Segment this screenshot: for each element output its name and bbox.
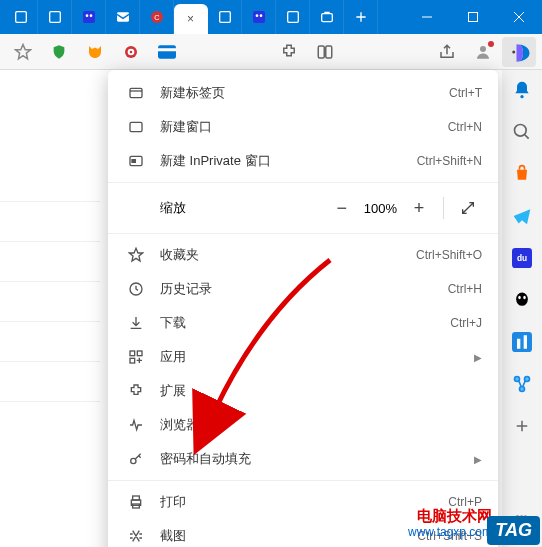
menu-zoom-row: 缩放 − 100% + (108, 187, 498, 229)
tab-8[interactable] (242, 0, 276, 34)
star-icon (124, 247, 148, 263)
tab-4[interactable] (106, 0, 140, 34)
add-sidebar-icon[interactable] (510, 414, 534, 438)
tab-5[interactable]: C (140, 0, 174, 34)
svg-rect-18 (158, 45, 176, 59)
new-tab-icon (124, 85, 148, 101)
tab-2[interactable] (38, 0, 72, 34)
target-icon[interactable] (114, 37, 148, 67)
menu-label: 打印 (160, 493, 448, 511)
tab-close-x[interactable]: × (187, 12, 194, 26)
svg-point-36 (520, 387, 525, 392)
puzzle-icon (124, 383, 148, 399)
shield-icon[interactable] (42, 37, 76, 67)
svg-rect-48 (133, 496, 140, 500)
svg-point-31 (518, 296, 521, 299)
menu-label: 应用 (160, 348, 466, 366)
svg-point-10 (255, 14, 258, 17)
svg-rect-12 (287, 12, 298, 23)
zoom-in-button[interactable]: + (405, 194, 433, 222)
search-icon[interactable] (510, 120, 534, 144)
svg-point-27 (515, 125, 527, 137)
menu-label: 新建 InPrivate 窗口 (160, 152, 417, 170)
svg-point-17 (130, 50, 133, 53)
menu-label: 扩展 (160, 382, 482, 400)
fullscreen-button[interactable] (454, 194, 482, 222)
menu-downloads[interactable]: 下载 Ctrl+J (108, 306, 498, 340)
svg-rect-41 (132, 160, 135, 163)
menu-favorites[interactable]: 收藏夹 Ctrl+Shift+O (108, 238, 498, 272)
copilot-icon[interactable] (510, 40, 536, 66)
zoom-out-button[interactable]: − (328, 194, 356, 222)
shopping-icon[interactable] (510, 162, 534, 186)
key-icon (124, 451, 148, 467)
tab-10[interactable] (310, 0, 344, 34)
screenshot-icon (124, 528, 148, 544)
new-tab-button[interactable] (344, 0, 378, 34)
svg-rect-21 (326, 46, 332, 58)
app-icon-blue[interactable] (510, 330, 534, 354)
tab-active[interactable]: × (174, 4, 208, 34)
menu-label: 截图 (160, 527, 417, 545)
tab-7[interactable] (208, 0, 242, 34)
tab-9[interactable] (276, 0, 310, 34)
svg-rect-2 (83, 11, 95, 23)
svg-rect-44 (137, 351, 142, 356)
svg-rect-13 (321, 14, 332, 22)
watermark-line1: 电脑技术网 (408, 507, 492, 525)
toolbar (0, 34, 542, 70)
favorites-star-icon[interactable] (6, 37, 40, 67)
svg-point-30 (516, 293, 528, 306)
menu-apps[interactable]: 应用 ▶ (108, 340, 498, 374)
svg-point-26 (520, 95, 523, 98)
tab-strip: C × (0, 0, 404, 34)
svg-point-22 (480, 46, 486, 52)
profile-avatar-icon[interactable] (466, 37, 500, 67)
share-icon[interactable] (430, 37, 464, 67)
menu-new-inprivate[interactable]: 新建 InPrivate 窗口 Ctrl+Shift+N (108, 144, 498, 178)
menu-extensions[interactable]: 扩展 (108, 374, 498, 408)
svg-point-11 (259, 14, 262, 17)
close-button[interactable] (496, 0, 542, 34)
split-screen-icon[interactable] (308, 37, 342, 67)
baidu-icon[interactable]: du (510, 246, 534, 270)
menu-label: 密码和自动填充 (160, 450, 466, 468)
menu-shortcut: Ctrl+Shift+O (416, 248, 482, 262)
svg-rect-38 (130, 88, 142, 97)
tab-3[interactable] (72, 0, 106, 34)
menu-browser-essentials[interactable]: 浏览器概要 (108, 408, 498, 442)
qq-icon[interactable] (510, 288, 534, 312)
menu-label: 收藏夹 (160, 246, 416, 264)
menu-new-window[interactable]: 新建窗口 Ctrl+N (108, 110, 498, 144)
svg-rect-1 (49, 12, 60, 23)
inprivate-icon (124, 153, 148, 169)
page-row (0, 170, 100, 202)
menu-history[interactable]: 历史记录 Ctrl+H (108, 272, 498, 306)
card-icon[interactable] (150, 37, 184, 67)
svg-rect-20 (318, 46, 324, 58)
page-row (0, 250, 100, 282)
svg-rect-39 (130, 122, 142, 131)
watermark-line2: www.tagxp.com (408, 525, 492, 539)
svg-rect-45 (130, 358, 135, 363)
watermark-badge: TAG (487, 516, 540, 545)
fox-icon[interactable] (78, 37, 112, 67)
minimize-button[interactable] (404, 0, 450, 34)
app-icon-nodes[interactable] (510, 372, 534, 396)
bell-icon[interactable] (510, 78, 534, 102)
menu-label: 历史记录 (160, 280, 448, 298)
menu-passwords[interactable]: 密码和自动填充 ▶ (108, 442, 498, 476)
svg-point-4 (89, 14, 92, 17)
settings-menu: 新建标签页 Ctrl+T 新建窗口 Ctrl+N 新建 InPrivate 窗口… (108, 70, 498, 547)
page-row (0, 290, 100, 322)
svg-rect-14 (469, 13, 478, 22)
window-controls (404, 0, 542, 34)
menu-new-tab[interactable]: 新建标签页 Ctrl+T (108, 76, 498, 110)
tab-1[interactable] (4, 0, 38, 34)
titlebar: C × (0, 0, 542, 34)
maximize-button[interactable] (450, 0, 496, 34)
extensions-icon[interactable] (272, 37, 306, 67)
telegram-icon[interactable] (510, 204, 534, 228)
menu-label: 新建标签页 (160, 84, 449, 102)
menu-shortcut: Ctrl+T (449, 86, 482, 100)
